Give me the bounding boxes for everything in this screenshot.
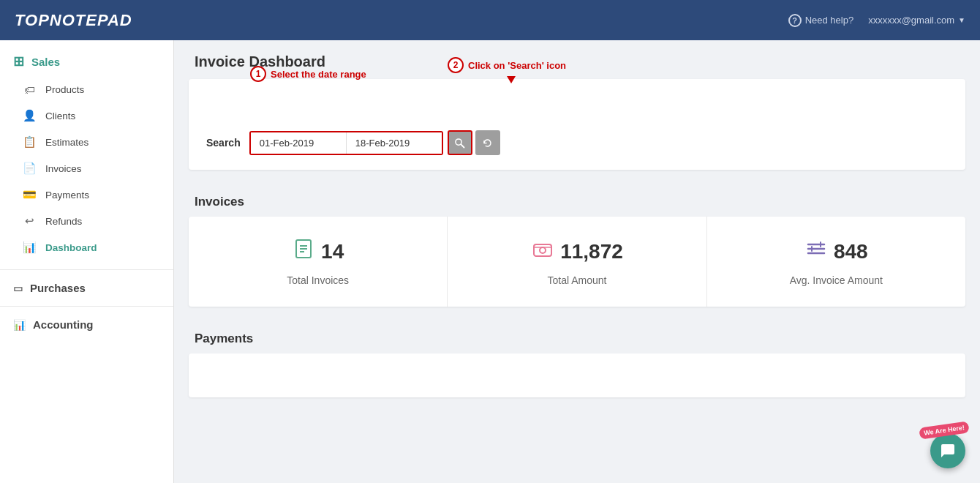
date-from-input[interactable] [251, 132, 346, 154]
sidebar-item-refunds[interactable]: ↩ Refunds [0, 208, 173, 234]
chat-icon [939, 442, 957, 460]
sidebar-item-accounting[interactable]: 📊 Accounting [0, 310, 173, 340]
svg-line-1 [461, 144, 464, 147]
payments-icon: 💳 [22, 188, 37, 201]
callout-1-text: Select the date range [271, 69, 366, 80]
search-icon [454, 138, 465, 149]
sales-icon: ⊞ [13, 53, 24, 70]
reset-button[interactable] [475, 130, 500, 155]
payments-card [189, 353, 965, 397]
chat-widget: We Are Here! [930, 433, 965, 468]
date-to-input[interactable] [347, 132, 442, 154]
svg-point-7 [540, 247, 546, 253]
sidebar-item-sales[interactable]: ⊞ Sales [0, 46, 173, 77]
sidebar-item-products[interactable]: 🏷 Products [0, 77, 173, 102]
search-button[interactable] [448, 130, 472, 155]
invoice-stat-icon [292, 237, 315, 266]
amount-stat-icon [531, 237, 554, 266]
stat-total-amount: 11,872 Total Amount [448, 217, 706, 307]
total-invoices-value: 14 [321, 240, 344, 263]
header: TopNotepad ? Need help? xxxxxxx@gmail.co… [0, 0, 980, 40]
app-logo: TopNotepad [15, 11, 132, 30]
svg-rect-6 [534, 244, 551, 256]
sidebar-item-invoices[interactable]: 📄 Invoices [0, 155, 173, 181]
products-icon: 🏷 [22, 83, 37, 96]
stat-total-invoices: 14 Total Invoices [189, 217, 448, 307]
invoices-icon: 📄 [22, 162, 37, 175]
estimates-icon: 📋 [22, 135, 37, 149]
callout-2: 2 Click on 'Search' icon [448, 57, 566, 83]
search-card: 1 Select the date range 2 Click on 'Sear… [189, 79, 965, 170]
sidebar-divider-1 [0, 269, 173, 270]
refunds-icon: ↩ [22, 214, 37, 228]
sidebar-item-clients[interactable]: 👤 Clients [0, 102, 173, 129]
chart-icon: 📊 [13, 319, 26, 331]
sidebar: ⊞ Sales 🏷 Products 👤 Clients 📋 Estimates… [0, 40, 174, 483]
payments-section-title: Payments [174, 318, 980, 353]
chevron-down-icon: ▼ [958, 16, 965, 24]
invoices-section-title: Invoices [174, 181, 980, 217]
callout-2-text: Click on 'Search' icon [468, 60, 566, 71]
help-button[interactable]: ? Need help? [788, 14, 854, 27]
sidebar-item-dashboard[interactable]: 📊 Dashboard [0, 234, 173, 261]
sidebar-item-purchases[interactable]: ▭ Purchases [0, 273, 173, 303]
clients-icon: 👤 [22, 109, 37, 122]
stat-avg-amount: 848 Avg. Invoice Amount [707, 217, 965, 307]
search-row: Search [206, 130, 948, 155]
avg-amount-value: 848 [834, 240, 868, 263]
avg-stat-icon [804, 237, 828, 266]
dashboard-icon: 📊 [22, 241, 37, 254]
stat-top-3: 848 [804, 237, 868, 266]
search-label: Search [206, 137, 241, 149]
help-icon: ? [788, 14, 802, 27]
callout-1: 1 Select the date range [250, 66, 366, 82]
sidebar-sales-section: ⊞ Sales 🏷 Products 👤 Clients 📋 Estimates… [0, 40, 173, 266]
total-amount-label: Total Amount [548, 274, 607, 286]
user-menu[interactable]: xxxxxxx@gmail.com ▼ [868, 15, 965, 26]
callout-1-circle: 1 [250, 66, 266, 82]
content-area: Invoice Dashboard 1 Select the date rang… [174, 40, 980, 483]
sidebar-item-payments[interactable]: 💳 Payments [0, 181, 173, 208]
callout-2-arrow [507, 76, 516, 83]
avg-amount-label: Avg. Invoice Amount [790, 274, 883, 286]
stat-top-2: 11,872 [531, 237, 623, 266]
stat-top-1: 14 [292, 237, 344, 266]
header-right: ? Need help? xxxxxxx@gmail.com ▼ [788, 14, 965, 27]
refresh-icon [482, 138, 493, 149]
chat-button[interactable] [930, 433, 965, 468]
total-invoices-label: Total Invoices [287, 274, 349, 286]
sidebar-divider-2 [0, 306, 173, 307]
total-amount-value: 11,872 [560, 240, 623, 263]
date-range-box [249, 131, 443, 155]
expand-icon: ▭ [13, 282, 23, 294]
sidebar-item-estimates[interactable]: 📋 Estimates [0, 129, 173, 155]
main-layout: ⊞ Sales 🏷 Products 👤 Clients 📋 Estimates… [0, 40, 980, 483]
stats-card: 14 Total Invoices 11,872 Total Amount [189, 217, 965, 307]
callout-2-circle: 2 [448, 57, 464, 73]
